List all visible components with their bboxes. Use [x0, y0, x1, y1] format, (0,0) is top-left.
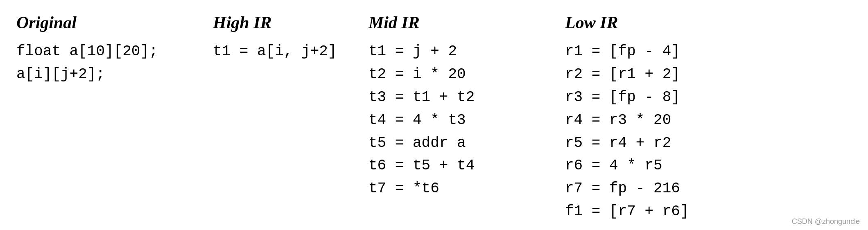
page-container: Original float a[10][20]; a[i][j+2]; Hig… — [0, 0, 868, 230]
column-high-ir: High IR t1 = a[i, j+2] — [213, 12, 368, 63]
code-mid-ir: t1 = j + 2 t2 = i * 20 t3 = t1 + t2 t4 =… — [368, 40, 475, 200]
code-original: float a[10][20]; a[i][j+2]; — [16, 40, 158, 86]
code-low-ir: r1 = [fp - 4] r2 = [r1 + 2] r3 = [fp - 8… — [565, 40, 689, 223]
header-low-ir: Low IR — [565, 12, 618, 33]
watermark: CSDN @zhonguncle — [792, 217, 860, 226]
header-mid-ir: Mid IR — [368, 12, 420, 33]
header-high-ir: High IR — [213, 12, 272, 33]
header-original: Original — [16, 12, 77, 33]
column-original: Original float a[10][20]; a[i][j+2]; — [16, 12, 213, 86]
code-high-ir: t1 = a[i, j+2] — [213, 40, 337, 63]
column-mid-ir: Mid IR t1 = j + 2 t2 = i * 20 t3 = t1 + … — [368, 12, 565, 200]
column-low-ir: Low IR r1 = [fp - 4] r2 = [r1 + 2] r3 = … — [565, 12, 762, 223]
